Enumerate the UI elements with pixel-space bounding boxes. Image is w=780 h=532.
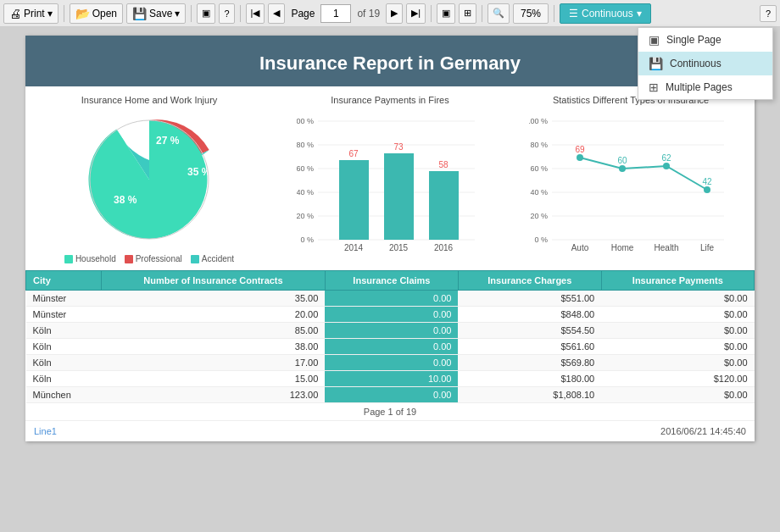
bar-chart-container: Insurance Payments in Fires 0 % 20 % 40 … <box>271 95 509 263</box>
cell-contracts: 15.00 <box>102 371 326 387</box>
main-content: Insurance Report in Germany 2016/06/21 1… <box>0 27 780 532</box>
first-page-btn[interactable]: |◀ <box>246 3 265 24</box>
cell-contracts: 123.00 <box>102 387 326 403</box>
svg-text:20 %: 20 % <box>297 212 314 220</box>
single-page-icon: ▣ <box>649 33 660 47</box>
print-button[interactable]: 🖨 Print ▾ <box>3 3 58 24</box>
annotation-life: 42 <box>702 177 712 186</box>
point-health <box>663 163 670 169</box>
table-header-row: City Number of Insurance Contracts Insur… <box>26 271 755 291</box>
separator-6 <box>554 5 554 22</box>
svg-text:Life: Life <box>700 243 715 252</box>
cell-contracts: 35.00 <box>102 291 326 307</box>
total-pages: of 19 <box>357 8 380 19</box>
pie-chart-container: Insurance Home and Work Injury 35 % 27 <box>31 95 268 263</box>
next-page-btn[interactable]: ▶ <box>386 3 403 24</box>
pie-label-accident: 27 % <box>156 135 180 147</box>
save-label: Save <box>149 8 172 19</box>
single-page-option[interactable]: ▣ Single Page <box>638 28 772 52</box>
single-page-label: Single Page <box>666 34 722 46</box>
pie-chart-wrap: 35 % 27 % 38 % Household Profes <box>31 108 268 263</box>
header-payments: Insurance Payments <box>601 271 754 291</box>
cell-payments: $120.00 <box>601 371 754 387</box>
multiple-pages-label: Multiple Pages <box>666 81 733 93</box>
separator-1 <box>64 5 64 22</box>
bar-label-2015: 73 <box>393 142 404 152</box>
svg-text:40 %: 40 % <box>530 188 548 197</box>
single-page-view-btn[interactable]: ▣ <box>197 3 215 24</box>
help-button[interactable]: ? <box>760 5 777 22</box>
cell-charges: $569.80 <box>458 355 601 371</box>
multi-col-btn[interactable]: ⊞ <box>459 3 476 24</box>
table-row: Münster 20.00 0.00 $848.00 $0.00 <box>26 307 755 323</box>
line-chart-svg: 0 % 20 % 40 % 60 % 80 % 100 % <box>529 108 733 257</box>
zoom-button[interactable]: 75% <box>513 3 549 24</box>
svg-text:100 %: 100 % <box>297 117 314 125</box>
multiple-pages-option[interactable]: ⊞ Multiple Pages <box>638 75 772 99</box>
cell-claims: 0.00 <box>325 355 458 371</box>
cell-payments: $0.00 <box>601 307 754 323</box>
cell-city: Münster <box>26 291 102 307</box>
svg-text:0 %: 0 % <box>534 236 548 244</box>
last-page-btn[interactable]: ▶| <box>406 3 426 24</box>
search-btn[interactable]: 🔍 <box>488 3 510 24</box>
point-life <box>704 186 710 193</box>
bar-label-2016: 58 <box>438 160 448 169</box>
legend-professional-dot <box>125 255 133 263</box>
cell-claims: 0.00 <box>325 339 458 355</box>
cell-charges: $551.00 <box>458 291 601 307</box>
footer-link[interactable]: Line1 <box>34 426 57 436</box>
page-number-input[interactable] <box>320 4 351 23</box>
open-button[interactable]: 📂 Open <box>70 3 123 24</box>
page-info: Page 1 of 19 <box>364 407 416 417</box>
cell-city: Köln <box>26 323 102 339</box>
single-col-btn[interactable]: ▣ <box>437 3 455 24</box>
legend-professional-label: Professional <box>136 254 182 263</box>
cell-payments: $0.00 <box>601 291 754 307</box>
view-mode-button[interactable]: ☰ Continuous ▾ <box>560 3 651 24</box>
header-charges: Insurance Charges <box>458 271 601 291</box>
open-icon: 📂 <box>75 7 90 20</box>
svg-text:Health: Health <box>655 243 679 252</box>
line-chart-wrap: 0 % 20 % 40 % 60 % 80 % 100 % <box>512 108 749 257</box>
charts-section: Insurance Home and Work Injury 35 % 27 <box>25 86 755 267</box>
table-row: Köln 85.00 0.00 $554.50 $0.00 <box>26 323 755 339</box>
print-icon: 🖨 <box>9 7 21 20</box>
legend-household-dot <box>64 255 73 263</box>
page-number-footer: Page 1 of 19 <box>25 403 755 420</box>
prev-page-btn[interactable]: ◀ <box>268 3 285 24</box>
table-row: Münster 35.00 0.00 $551.00 $0.00 <box>26 291 755 307</box>
continuous-label: Continuous <box>670 58 722 69</box>
table-header: City Number of Insurance Contracts Insur… <box>26 271 755 291</box>
cell-claims: 0.00 <box>325 291 458 307</box>
svg-text:80 %: 80 % <box>297 141 314 149</box>
cell-charges: $561.60 <box>458 339 601 355</box>
bar-chart-svg: 0 % 20 % 40 % 60 % 80 % 100 % <box>297 108 483 257</box>
save-button[interactable]: 💾 Save ▾ <box>126 3 186 24</box>
pie-chart-title: Insurance Home and Work Injury <box>31 95 268 105</box>
svg-text:80 %: 80 % <box>530 141 548 149</box>
help-page-btn[interactable]: ? <box>219 3 234 24</box>
cell-claims: 0.00 <box>325 387 458 403</box>
cell-charges: $554.50 <box>458 323 601 339</box>
cell-contracts: 20.00 <box>102 307 326 323</box>
cell-city: Köln <box>26 371 102 387</box>
legend-professional: Professional <box>125 254 182 263</box>
print-dropdown-icon[interactable]: ▾ <box>47 8 53 19</box>
pie-label-household: 38 % <box>114 194 137 206</box>
separator-2 <box>191 5 192 22</box>
save-dropdown-icon[interactable]: ▾ <box>175 8 180 19</box>
bar-2014 <box>339 160 369 240</box>
report-footer: Line1 2016/06/21 14:45:40 <box>25 420 755 441</box>
separator-3 <box>240 5 241 22</box>
legend-household-label: Household <box>75 254 116 263</box>
cell-charges: $1,808.10 <box>458 387 601 403</box>
multiple-pages-icon: ⊞ <box>649 80 659 94</box>
point-auto <box>577 154 583 161</box>
cell-city: Köln <box>26 339 102 355</box>
header-claims: Insurance Claims <box>325 271 458 291</box>
svg-text:20 %: 20 % <box>530 212 548 220</box>
continuous-option[interactable]: 💾 Continuous <box>638 52 772 75</box>
view-mode-label: Continuous <box>582 8 633 19</box>
point-home <box>619 165 626 172</box>
